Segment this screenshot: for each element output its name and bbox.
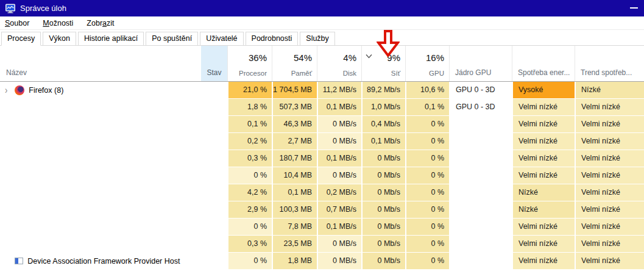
tab-uzivatele[interactable]: Uživatelé	[200, 32, 243, 46]
column-header-stav[interactable]: Stav	[201, 46, 227, 81]
network-cell: 0 Mb/s	[361, 184, 405, 201]
status-cell	[201, 133, 227, 150]
column-header-procesor[interactable]: 36% Procesor	[227, 46, 272, 81]
disk-cell: 0,1 MB/s	[317, 219, 361, 235]
power-usage-cell: Velmi nízké	[512, 236, 575, 252]
power-usage-cell: Velmi nízké	[512, 167, 575, 184]
disk-cell: 0,1 MB/s	[317, 99, 361, 115]
table-row[interactable]: › 0 % 10,4 MB 0 MB/s 0 Mb/s 0 % Velmi ní…	[0, 167, 644, 184]
table-row[interactable]: › 0,2 % 2,7 MB 0 MB/s 0,1 Mb/s 0 % Velmi…	[0, 133, 644, 150]
gpu-engine-cell	[449, 116, 512, 132]
power-usage-cell: Velmi nízké	[512, 99, 575, 115]
gpu-engine-cell	[449, 253, 512, 269]
tab-podrobnosti[interactable]: Podrobnosti	[246, 32, 299, 46]
network-cell: 0 Mb/s	[361, 201, 405, 218]
table-row[interactable]: › 1,8 % 507,3 MB 0,1 MB/s 1,0 Mb/s 0,1 %…	[0, 99, 644, 116]
gpu-engine-cell	[449, 219, 512, 235]
network-cell: 0 Mb/s	[361, 253, 405, 269]
power-usage-cell: Velmi nízké	[512, 133, 575, 150]
power-usage-trend-cell: Velmi nízké	[575, 99, 644, 115]
column-header-disk[interactable]: 4% Disk	[317, 46, 361, 81]
cpu-cell: 21,0 %	[227, 82, 272, 98]
status-cell	[201, 201, 227, 218]
tab-bar: Procesy Výkon Historie aplikací Po spušt…	[0, 30, 644, 46]
table-row[interactable]: › 0 % 7,8 MB 0,1 MB/s 0 Mb/s 0 % Velmi n…	[0, 219, 644, 236]
network-cell: 0,1 Mb/s	[361, 133, 405, 150]
name-cell: ›	[0, 133, 201, 150]
memory-cell: 46,3 MB	[272, 116, 317, 132]
gpu-cell: 0,1 %	[405, 99, 449, 115]
network-cell: 89,2 Mb/s	[361, 82, 405, 98]
disk-cell: 0,1 MB/s	[317, 150, 361, 167]
gpu-engine-cell	[449, 236, 512, 252]
process-icon	[15, 258, 23, 264]
tab-po-spusteni[interactable]: Po spuštění	[146, 32, 198, 46]
cpu-cell: 0,1 %	[227, 116, 272, 132]
power-usage-trend-cell: Velmi nízké	[575, 201, 644, 218]
table-row[interactable]: › Device Association Framework Provider …	[0, 253, 644, 270]
name-cell: ›	[0, 150, 201, 167]
power-usage-cell: Velmi nízké	[512, 116, 575, 132]
column-header-trend-spotreby[interactable]: Trend spotřeb...	[575, 46, 644, 81]
status-cell	[201, 150, 227, 167]
column-header-nazev[interactable]: Název	[0, 46, 201, 81]
power-usage-cell: Nízké	[512, 201, 575, 218]
gpu-cell: 0 %	[405, 184, 449, 201]
menu-zobrazit[interactable]: Zobrazit	[87, 19, 114, 27]
tab-historie-aplikaci[interactable]: Historie aplikací	[78, 32, 144, 46]
memory-cell: 10,4 MB	[272, 167, 317, 184]
gpu-engine-cell	[449, 167, 512, 184]
gpu-cell: 0 %	[405, 236, 449, 252]
cpu-cell: 0 %	[227, 167, 272, 184]
network-cell: 0 Mb/s	[361, 236, 405, 252]
name-cell: › Firefox (8)	[0, 82, 201, 98]
sort-descending-icon	[365, 54, 373, 59]
status-cell	[201, 167, 227, 184]
gpu-engine-cell	[449, 133, 512, 150]
menu-soubor[interactable]: Soubor	[5, 19, 29, 27]
column-header-pamet[interactable]: 54% Paměť	[272, 46, 317, 81]
expand-chevron-icon[interactable]: ›	[5, 84, 7, 96]
tab-procesy[interactable]: Procesy	[1, 32, 41, 46]
gpu-engine-cell	[449, 150, 512, 167]
tab-vykon[interactable]: Výkon	[43, 32, 76, 46]
status-cell	[201, 82, 227, 98]
memory-total-percent: 54%	[294, 53, 312, 62]
table-row[interactable]: › 0,3 % 180,7 MB 0,1 MB/s 0 Mb/s 0 % Vel…	[0, 150, 644, 167]
tab-sluzby[interactable]: Služby	[300, 32, 335, 46]
status-cell	[201, 219, 227, 235]
gpu-cell: 0 %	[405, 201, 449, 218]
disk-cell: 0 MB/s	[317, 253, 361, 269]
titlebar[interactable]: Správce úloh	[0, 0, 644, 16]
gpu-cell: 0 %	[405, 133, 449, 150]
power-usage-trend-cell: Velmi nízké	[575, 116, 644, 132]
cpu-cell: 0 %	[227, 219, 272, 235]
status-cell	[201, 253, 227, 269]
table-row[interactable]: › 2,9 % 100,3 MB 0,7 MB/s 0 Mb/s 0 % Níz…	[0, 201, 644, 219]
name-cell: ›	[0, 116, 201, 132]
memory-cell: 100,3 MB	[272, 201, 317, 218]
window-title: Správce úloh	[20, 4, 66, 13]
gpu-engine-cell: GPU 0 - 3D	[449, 82, 512, 98]
column-header-jadro-gpu[interactable]: Jádro GPU	[449, 46, 512, 81]
column-header-row: Název Stav 36% Procesor 54% Paměť 4% Dis…	[0, 46, 644, 82]
cpu-total-percent: 36%	[249, 53, 267, 62]
task-manager-window: Správce úloh Soubor Možnosti Zobrazit Pr…	[0, 0, 644, 271]
table-row[interactable]: › 0,3 % 23,5 MB 0 MB/s 0 Mb/s 0 % Velmi …	[0, 236, 644, 253]
disk-cell: 0,7 MB/s	[317, 201, 361, 218]
table-row[interactable]: › 0,1 % 46,3 MB 0 MB/s 0,4 Mb/s 0 % Velm…	[0, 116, 644, 133]
table-row[interactable]: › 4,2 % 0,1 MB 0,2 MB/s 0 Mb/s 0 % Nízké…	[0, 184, 644, 201]
gpu-cell: 0 %	[405, 253, 449, 269]
name-cell: ›	[0, 184, 201, 201]
process-name: Firefox (8)	[29, 86, 63, 95]
table-row[interactable]: › Firefox (8) 21,0 % 1 704,5 MB 11,2 MB/…	[0, 82, 644, 99]
power-usage-trend-cell: Velmi nízké	[575, 236, 644, 252]
gpu-engine-cell	[449, 201, 512, 218]
column-header-spotreba-energie[interactable]: Spotřeba ener...	[512, 46, 575, 81]
name-cell: ›	[0, 99, 201, 115]
column-header-gpu[interactable]: 16% GPU	[405, 46, 449, 81]
menubar: Soubor Možnosti Zobrazit	[0, 16, 644, 30]
gpu-cell: 0 %	[405, 116, 449, 132]
minimize-button[interactable]	[630, 7, 638, 9]
menu-moznosti[interactable]: Možnosti	[43, 19, 73, 27]
